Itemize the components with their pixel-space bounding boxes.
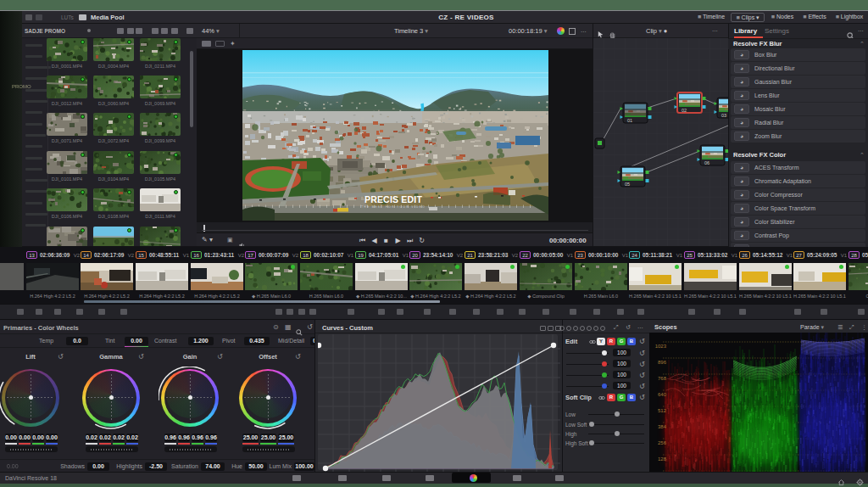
svg-text:THE BEST FOR YOUR VIDEO: THE BEST FOR YOUR VIDEO — [361, 205, 426, 209]
svg-text:05: 05 — [625, 182, 630, 187]
svg-text:PRECIS EDIT: PRECIS EDIT — [364, 194, 423, 204]
svg-text:01: 01 — [627, 118, 632, 123]
svg-text:06: 06 — [704, 160, 709, 165]
svg-text:03: 03 — [721, 113, 726, 118]
svg-text:02: 02 — [682, 108, 687, 113]
